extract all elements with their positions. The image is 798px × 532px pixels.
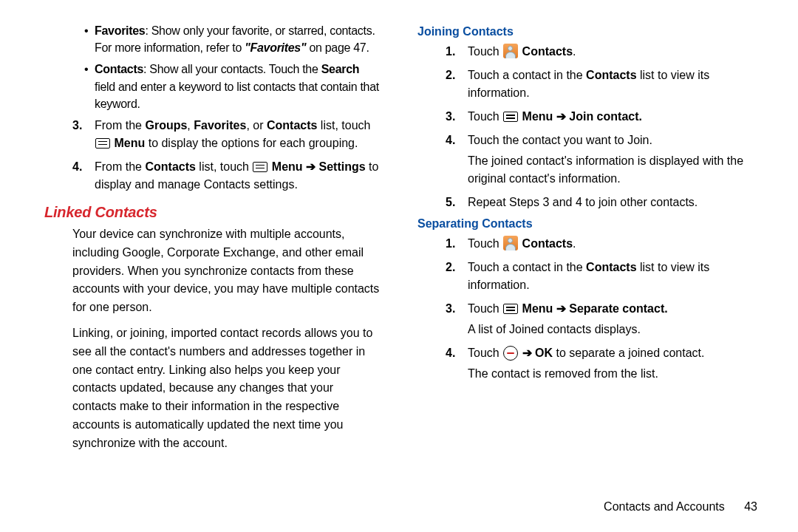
step-number: 2.: [446, 66, 455, 84]
ref-favorites: "Favorites": [245, 41, 306, 54]
t: Touch: [468, 347, 502, 359]
join-step-1: 1. Touch Contacts.: [446, 43, 754, 61]
menu-label: Menu: [522, 302, 553, 315]
t: Contacts: [522, 237, 573, 250]
menu-icon: [253, 162, 267, 172]
t: The joined contact's information is disp…: [468, 152, 754, 188]
join-step-2: 2. Touch a contact in the Contacts list …: [446, 66, 754, 102]
settings-label: Settings: [319, 160, 366, 173]
t: Contacts: [145, 160, 195, 173]
heading-linked-contacts: Linked Contacts: [44, 204, 381, 221]
section-name: Contacts and Accounts: [604, 500, 725, 513]
t: .: [573, 237, 576, 250]
linked-para-2: Linking, or joining, imported contact re…: [44, 324, 381, 453]
remove-icon: [503, 346, 518, 361]
t: to separate a joined contact.: [553, 347, 704, 359]
t: , or: [246, 119, 267, 132]
menu-label: Menu: [272, 160, 303, 173]
menu-icon: [503, 304, 518, 314]
join-step-3: 3. Touch Menu ➔ Join contact.: [446, 108, 754, 126]
t: Touch: [468, 45, 502, 58]
step-number: 1.: [446, 235, 455, 253]
step-number: 3.: [446, 108, 455, 126]
sep-step-3: 3. Touch Menu ➔ Separate contact. A list…: [446, 300, 754, 338]
t: From the: [95, 119, 145, 132]
t: Touch a contact in the: [468, 261, 586, 273]
arrow: ➔: [519, 347, 535, 359]
t: list, touch: [317, 119, 370, 132]
t: Repeat Steps 3 and 4 to join other conta…: [468, 196, 698, 208]
sep-step-4: 4. Touch ➔ OK to separate a joined conta…: [446, 344, 754, 383]
step-number: 4.: [446, 132, 455, 149]
heading-separating: Separating Contacts: [417, 217, 754, 231]
t: Contacts: [586, 69, 636, 81]
joining-steps: 1. Touch Contacts. 2. Touch a contact in…: [446, 43, 754, 211]
t: Separate contact.: [569, 302, 667, 315]
t: Touch: [468, 110, 502, 123]
step-number: 2.: [446, 259, 455, 276]
t: Touch the contact you want to Join.: [468, 134, 652, 146]
t: Groups: [145, 119, 187, 132]
right-column: Joining Contacts 1. Touch Contacts. 2. T…: [399, 22, 768, 517]
arrow: ➔: [303, 160, 319, 173]
join-step-5: 5. Repeat Steps 3 and 4 to join other co…: [446, 194, 754, 211]
manual-page: Favorites: Show only your favorite, or s…: [0, 0, 798, 532]
linked-para-1: Your device can synchronize with multipl…: [44, 225, 381, 317]
step-number: 3.: [446, 300, 455, 318]
page-footer: Contacts and Accounts 43: [604, 500, 757, 514]
t: A list of Joined contacts displays.: [468, 321, 754, 338]
bullet-label: Favorites: [95, 24, 145, 37]
arrow: ➔: [553, 302, 569, 315]
t: Join contact.: [569, 110, 642, 123]
t: The contact is removed from the list.: [468, 365, 754, 383]
bullet-label: Contacts: [95, 63, 143, 75]
left-column: Favorites: Show only your favorite, or s…: [30, 22, 399, 517]
t: Touch: [468, 237, 502, 250]
t: ,: [187, 119, 194, 132]
contacts-icon: [503, 44, 518, 58]
numbered-steps-left: 3. From the Groups, Favorites, or Contac…: [72, 117, 381, 194]
ref-tail: on page 47.: [306, 41, 369, 54]
step-3: 3. From the Groups, Favorites, or Contac…: [72, 117, 381, 152]
t: Favorites: [194, 119, 246, 132]
menu-icon: [95, 138, 110, 149]
bullet-text: : Show all your contacts. Touch the: [143, 63, 321, 75]
t: Contacts: [522, 45, 573, 58]
t: .: [573, 45, 576, 58]
bullet-contacts: Contacts: Show all your contacts. Touch …: [84, 61, 381, 112]
menu-label: Menu: [114, 137, 145, 149]
t: From the: [95, 160, 145, 173]
arrow: ➔: [553, 110, 569, 123]
step-number: 4.: [446, 344, 455, 362]
bold-search: Search: [321, 63, 360, 75]
t: list, touch: [196, 160, 252, 173]
sep-step-1: 1. Touch Contacts.: [446, 235, 754, 253]
sub-bullets: Favorites: Show only your favorite, or s…: [84, 22, 381, 112]
bullet-favorites: Favorites: Show only your favorite, or s…: [84, 22, 381, 56]
bullet-text2: field and enter a keyword to list contac…: [95, 81, 379, 110]
heading-joining: Joining Contacts: [417, 25, 754, 38]
sep-step-2: 2. Touch a contact in the Contacts list …: [446, 259, 754, 294]
step-number: 5.: [446, 194, 455, 211]
t: Contacts: [267, 119, 317, 132]
t: OK: [535, 347, 553, 359]
step-number: 3.: [72, 117, 82, 134]
t: Touch: [468, 302, 502, 315]
separating-steps: 1. Touch Contacts. 2. Touch a contact in…: [446, 235, 754, 383]
step-number: 1.: [446, 43, 455, 61]
join-step-4: 4. Touch the contact you want to Join. T…: [446, 132, 754, 188]
menu-label: Menu: [522, 110, 553, 123]
page-number: 43: [744, 500, 757, 514]
step-number: 4.: [72, 158, 82, 176]
t: Contacts: [586, 261, 636, 273]
menu-icon: [503, 112, 518, 122]
t: Touch a contact in the: [468, 69, 586, 81]
contacts-icon: [503, 236, 518, 250]
step-4: 4. From the Contacts list, touch Menu ➔ …: [72, 158, 381, 194]
t: to display the options for each grouping…: [145, 137, 358, 149]
